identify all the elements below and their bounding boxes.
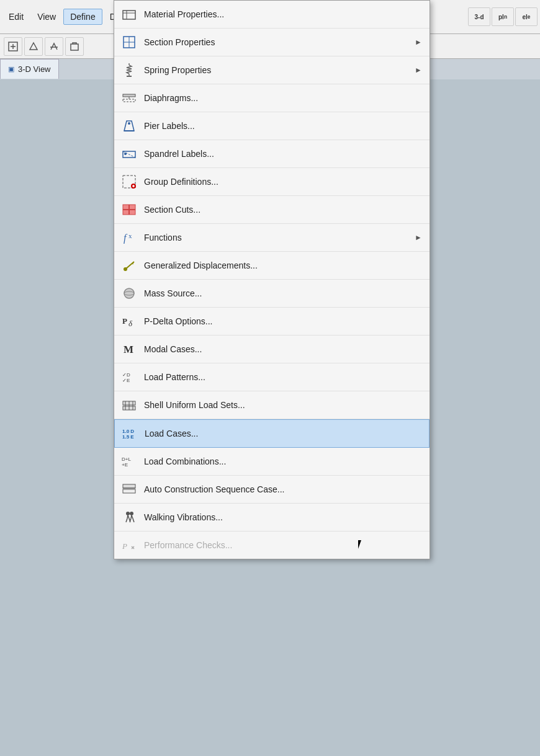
- section-properties-icon: [119, 32, 139, 52]
- menu-item-generalized-displacements[interactable]: Generalized Displacements...: [114, 252, 430, 280]
- menu-item-section-properties[interactable]: Section Properties ►: [114, 29, 430, 56]
- section-cuts-label: Section Cuts...: [144, 205, 422, 215]
- spring-properties-arrow: ►: [415, 66, 422, 74]
- performance-checks-label: Performance Checks...: [144, 540, 422, 550]
- menu-define[interactable]: Define: [63, 9, 102, 25]
- svg-text:✓D: ✓D: [122, 372, 130, 378]
- load-cases-label: Load Cases...: [145, 429, 421, 438]
- menu-edit[interactable]: Edit: [2, 9, 30, 24]
- view-tab-icon: ▣: [8, 65, 14, 73]
- modal-cases-label: Modal Cases...: [144, 344, 422, 354]
- svg-text:x: x: [128, 232, 132, 239]
- section-properties-label: Section Properties: [144, 37, 415, 47]
- menu-item-diaphragms[interactable]: Diaphragms...: [114, 84, 430, 112]
- svg-point-53: [126, 512, 130, 515]
- mass-source-label: Mass Source...: [144, 288, 422, 298]
- svg-rect-4: [71, 44, 78, 50]
- menu-item-pier-labels[interactable]: Pier Labels...: [114, 112, 430, 140]
- load-combinations-label: Load Combinations...: [144, 456, 422, 466]
- section-cuts-icon: [119, 200, 139, 220]
- menu-item-spring-properties[interactable]: Spring Properties ►: [114, 56, 430, 84]
- auto-construction-sequence-label: Auto Construction Sequence Case...: [144, 484, 422, 494]
- toolbar-btn-3[interactable]: [45, 37, 63, 56]
- functions-arrow: ►: [415, 233, 422, 242]
- svg-point-54: [130, 512, 133, 515]
- load-patterns-icon: ✓D ✓E: [119, 367, 139, 387]
- svg-text:+E: +E: [122, 462, 128, 468]
- view-plan-btn[interactable]: pln: [492, 7, 514, 26]
- menu-item-material-properties[interactable]: Material Properties...: [114, 1, 430, 29]
- svg-rect-51: [123, 489, 135, 493]
- material-properties-icon: [119, 4, 139, 24]
- modal-cases-icon: M: [119, 339, 139, 359]
- svg-text:✓E: ✓E: [122, 378, 130, 383]
- menu-item-p-delta-options[interactable]: P δ P-Delta Options...: [114, 308, 430, 336]
- functions-label: Functions: [144, 233, 415, 242]
- menu-item-modal-cases[interactable]: M Modal Cases...: [114, 336, 430, 363]
- view-tab-3d[interactable]: ▣ 3-D View: [0, 59, 59, 79]
- svg-text:P: P: [122, 541, 127, 551]
- view-tab-label: 3-D View: [18, 64, 51, 74]
- svg-text:1.5 E: 1.5 E: [122, 434, 134, 440]
- shell-uniform-load-sets-label: Shell Uniform Load Sets...: [144, 400, 422, 410]
- svg-point-34: [124, 288, 134, 298]
- svg-point-21: [124, 153, 127, 155]
- define-dropdown-menu: Material Properties... Section Propertie…: [114, 0, 430, 559]
- svg-text:P: P: [122, 316, 127, 326]
- load-combinations-icon: D+L +E: [119, 451, 139, 471]
- svg-point-17: [128, 122, 130, 125]
- p-delta-options-label: P-Delta Options...: [144, 316, 422, 326]
- menu-item-performance-checks: P Performance Checks...: [114, 531, 430, 559]
- auto-construction-sequence-icon: [119, 479, 139, 499]
- generalized-displacements-label: Generalized Displacements...: [144, 260, 422, 270]
- spandrel-labels-icon: [119, 144, 139, 164]
- pier-labels-label: Pier Labels...: [144, 121, 422, 131]
- menu-item-functions[interactable]: f x Functions ►: [114, 224, 430, 252]
- svg-rect-50: [123, 484, 135, 488]
- diaphragms-label: Diaphragms...: [144, 93, 422, 103]
- walking-vibrations-label: Walking Vibrations...: [144, 512, 422, 522]
- menu-item-load-patterns[interactable]: ✓D ✓E Load Patterns...: [114, 363, 430, 391]
- svg-text:1.0 D: 1.0 D: [122, 429, 134, 434]
- diaphragms-icon: [119, 88, 139, 108]
- menu-item-section-cuts[interactable]: Section Cuts...: [114, 196, 430, 224]
- pier-labels-icon: [119, 116, 139, 136]
- performance-checks-icon: P: [119, 535, 139, 555]
- menu-item-group-definitions[interactable]: Group Definitions...: [114, 168, 430, 196]
- svg-text:D+L: D+L: [122, 456, 131, 462]
- mass-source-icon: [119, 283, 139, 303]
- svg-text:M: M: [124, 344, 133, 355]
- svg-text:f: f: [124, 233, 128, 244]
- spring-properties-label: Spring Properties: [144, 65, 415, 75]
- generalized-displacements-icon: [119, 256, 139, 275]
- load-cases-icon: 1.0 D 1.5 E: [120, 424, 140, 443]
- group-definitions-icon: [119, 172, 139, 192]
- section-properties-arrow: ►: [415, 38, 422, 47]
- functions-icon: f x: [119, 228, 139, 247]
- menu-item-walking-vibrations[interactable]: Walking Vibrations...: [114, 504, 430, 531]
- menu-item-mass-source[interactable]: Mass Source...: [114, 280, 430, 308]
- menu-item-auto-construction-sequence-case[interactable]: Auto Construction Sequence Case...: [114, 476, 430, 504]
- spandrel-labels-label: Spandrel Labels...: [144, 149, 422, 159]
- toolbar-btn-1[interactable]: [4, 37, 22, 56]
- view-elev-btn[interactable]: ele: [515, 7, 538, 26]
- svg-rect-15: [123, 99, 135, 102]
- menu-view[interactable]: View: [31, 9, 62, 24]
- menu-item-shell-uniform-load-sets[interactable]: Shell Uniform Load Sets...: [114, 391, 430, 419]
- toolbar-btn-4[interactable]: [65, 37, 84, 56]
- walking-vibrations-icon: [119, 507, 139, 527]
- menu-item-load-cases[interactable]: 1.0 D 1.5 E Load Cases...: [114, 419, 430, 448]
- menu-item-load-combinations[interactable]: D+L +E Load Combinations...: [114, 448, 430, 476]
- menu-item-spandrel-labels[interactable]: Spandrel Labels...: [114, 140, 430, 168]
- load-patterns-label: Load Patterns...: [144, 372, 422, 382]
- view-3d-btn[interactable]: 3-d: [468, 7, 490, 26]
- svg-text:δ: δ: [128, 319, 133, 328]
- group-definitions-label: Group Definitions...: [144, 177, 422, 187]
- shell-uniform-load-sets-icon: [119, 395, 139, 415]
- svg-rect-5: [123, 11, 135, 19]
- spring-properties-icon: [119, 60, 139, 80]
- material-properties-label: Material Properties...: [144, 9, 422, 19]
- svg-rect-14: [123, 94, 135, 97]
- toolbar-btn-2[interactable]: [24, 37, 43, 56]
- p-delta-icon: P δ: [119, 311, 139, 331]
